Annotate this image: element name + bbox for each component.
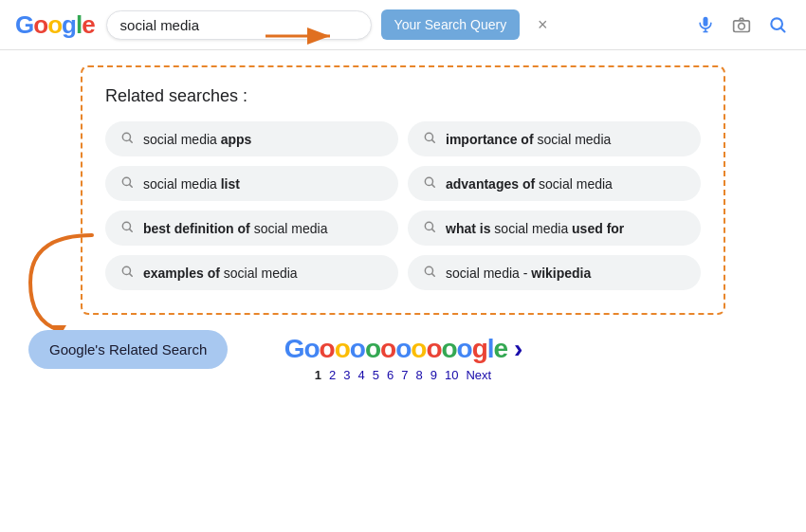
page-6[interactable]: 6	[387, 368, 394, 382]
page-8[interactable]: 8	[415, 368, 422, 382]
your-search-query-button[interactable]: Your Search Query	[381, 9, 521, 40]
orange-curl-arrow	[11, 226, 106, 339]
page-5[interactable]: 5	[373, 368, 379, 382]
search-item-examples[interactable]: examples of social media	[105, 255, 398, 290]
svg-line-15	[130, 185, 133, 188]
search-item-text-3: social media list	[143, 176, 240, 192]
search-item-icon-5	[120, 220, 134, 236]
svg-line-19	[130, 229, 133, 232]
svg-rect-2	[704, 17, 708, 27]
google-related-label: Google's Related Search	[28, 330, 228, 369]
pagination-logo: Gooooooooooogle ›	[284, 334, 522, 364]
related-searches-box: Related searches : social media apps imp…	[81, 65, 725, 315]
search-item-list[interactable]: social media list	[105, 166, 398, 201]
page-1[interactable]: 1	[315, 368, 321, 382]
search-item-text-1: social media apps	[143, 132, 251, 147]
search-item-advantages[interactable]: advantages of social media	[408, 166, 701, 201]
mic-icon[interactable]	[692, 11, 719, 38]
search-items-grid: social media apps importance of social m…	[105, 121, 701, 290]
header: Google social media Your Search Query ×	[0, 0, 806, 50]
orange-right-arrow	[266, 25, 341, 47]
svg-line-23	[130, 274, 133, 277]
page-9[interactable]: 9	[430, 368, 437, 382]
search-item-wikipedia[interactable]: social media - wikipedia	[408, 255, 701, 290]
search-item-importance[interactable]: importance of social media	[408, 121, 701, 156]
search-item-icon-3	[120, 175, 134, 192]
search-area: social media Your Search Query ×	[106, 9, 557, 40]
search-item-icon-8	[423, 265, 436, 281]
page-3[interactable]: 3	[343, 368, 350, 382]
search-item-text-6: what is social media used for	[446, 221, 624, 236]
pagination-chevron: ›	[514, 334, 522, 363]
svg-line-8	[781, 28, 785, 32]
camera-icon[interactable]	[728, 11, 755, 38]
search-item-text-8: social media - wikipedia	[446, 266, 591, 281]
page-next[interactable]: Next	[466, 368, 491, 382]
svg-line-13	[432, 140, 435, 143]
related-searches-title: Related searches :	[105, 86, 701, 106]
close-icon[interactable]: ×	[529, 11, 556, 38]
header-icons	[692, 11, 791, 38]
svg-line-21	[432, 229, 435, 232]
svg-point-6	[739, 23, 745, 29]
search-item-text-2: importance of social media	[446, 132, 611, 147]
page-7[interactable]: 7	[401, 368, 408, 382]
search-item-icon-6	[423, 220, 436, 236]
svg-line-17	[432, 185, 435, 188]
search-item-icon-4	[423, 175, 436, 192]
svg-line-11	[130, 140, 133, 143]
search-item-definition[interactable]: best definition of social media	[105, 211, 398, 246]
pagination-numbers: 1 2 3 4 5 6 7 8 9 10 Next	[28, 368, 778, 382]
page-4[interactable]: 4	[358, 368, 365, 382]
search-icon[interactable]	[764, 11, 791, 38]
search-item-text-7: examples of social media	[143, 266, 298, 281]
svg-line-25	[432, 274, 435, 277]
search-item-used-for[interactable]: what is social media used for	[408, 211, 701, 246]
main-content: Related searches : social media apps imp…	[0, 50, 806, 397]
search-item-icon-7	[120, 265, 134, 281]
search-item-text-5: best definition of social media	[143, 221, 327, 236]
search-item-icon-2	[423, 131, 436, 147]
page-10[interactable]: 10	[445, 368, 458, 382]
search-item-icon-1	[120, 131, 134, 147]
search-item-text-4: advantages of social media	[446, 176, 613, 192]
search-item-apps[interactable]: social media apps	[105, 121, 398, 156]
google-logo: Google	[15, 10, 95, 40]
page-2[interactable]: 2	[329, 368, 336, 382]
